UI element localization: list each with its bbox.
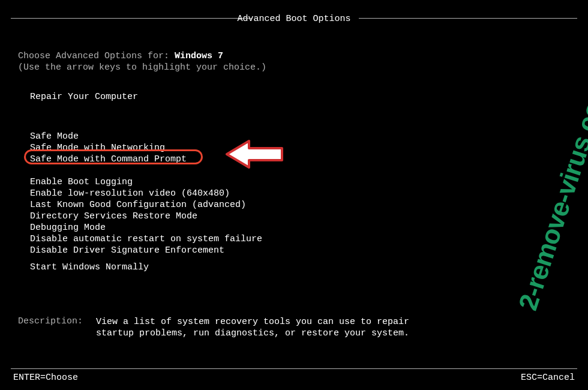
footer-rule [11,368,577,369]
description-label: Description: [18,316,83,326]
pointer-arrow-icon [222,130,288,172]
prompt-line: Choose Advanced Options for: Windows 7 [18,51,223,61]
prompt-prefix: Choose Advanced Options for: [18,51,175,61]
os-name: Windows 7 [175,51,223,61]
title-rule-left [11,18,252,19]
watermark: 2-remove-virus.com [512,76,588,314]
menu-group-normal: Start Windows Normally [30,262,149,273]
menu-item-ds-restore[interactable]: Directory Services Restore Mode [30,211,262,222]
menu-item-repair-computer[interactable]: Repair Your Computer [30,91,138,103]
menu-item-safe-mode-command-prompt[interactable]: Safe Mode with Command Prompt [30,154,187,165]
menu-item-debugging[interactable]: Debugging Mode [30,222,262,233]
menu-item-start-normally[interactable]: Start Windows Normally [30,262,149,273]
menu-item-disable-auto-restart[interactable]: Disable automatic restart on system fail… [30,233,262,245]
description-line-2: startup problems, run diagnostics, or re… [96,328,409,339]
page-title: Advanced Boot Options [237,14,350,24]
menu-item-boot-logging[interactable]: Enable Boot Logging [30,176,262,188]
menu-group-safe-mode: Safe Mode Safe Mode with Networking Safe… [30,131,187,165]
menu-item-disable-driver-sig[interactable]: Disable Driver Signature Enforcement [30,245,262,256]
menu-item-low-res-video[interactable]: Enable low-resolution video (640x480) [30,188,262,199]
menu-group-advanced: Enable Boot Logging Enable low-resolutio… [30,176,262,256]
menu-item-safe-mode[interactable]: Safe Mode [30,131,187,142]
menu-item-safe-mode-networking[interactable]: Safe Mode with Networking [30,142,187,154]
esc-hint: ESC=Cancel [521,373,575,383]
instructions: (Use the arrow keys to highlight your ch… [18,62,266,73]
boot-options-screen: Advanced Boot Options Choose Advanced Op… [0,0,588,390]
description-line-1: View a list of system recovery tools you… [96,316,409,328]
enter-hint: ENTER=Choose [13,373,78,383]
description-text: View a list of system recovery tools you… [96,316,409,339]
menu-item-last-known-good[interactable]: Last Known Good Configuration (advanced) [30,199,262,211]
title-rule-right [359,18,577,19]
